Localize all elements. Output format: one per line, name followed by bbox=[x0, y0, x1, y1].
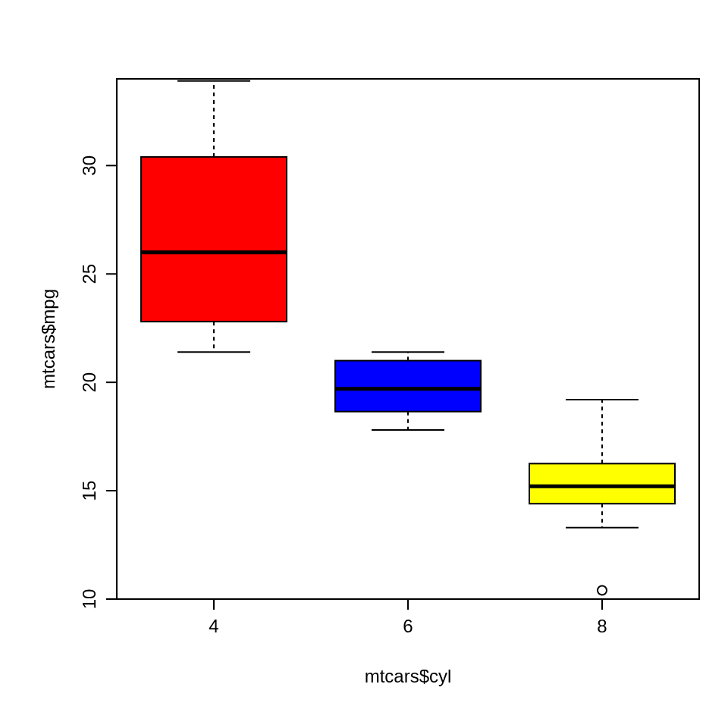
box-8 bbox=[529, 400, 675, 595]
svg-rect-6 bbox=[141, 157, 287, 322]
x-tick-label: 8 bbox=[597, 616, 607, 636]
boxes-group bbox=[141, 81, 675, 595]
y-tick-label: 30 bbox=[79, 155, 99, 176]
y-tick-label: 20 bbox=[79, 372, 99, 393]
box-6 bbox=[335, 352, 481, 430]
x-axis: 468 bbox=[209, 599, 607, 636]
y-tick-label: 10 bbox=[79, 589, 99, 610]
outlier bbox=[598, 586, 607, 595]
boxplot-chart: 1015202530 468 mtcars$mpg mtcars$cyl bbox=[0, 0, 728, 728]
x-tick-label: 6 bbox=[403, 616, 413, 636]
box-4 bbox=[141, 81, 287, 352]
y-tick-label: 15 bbox=[79, 481, 99, 501]
svg-rect-18 bbox=[529, 463, 675, 504]
y-axis: 1015202530 bbox=[79, 155, 117, 609]
x-axis-label: mtcars$cyl bbox=[365, 666, 452, 686]
y-tick-label: 25 bbox=[79, 264, 99, 284]
y-axis-label: mtcars$mpg bbox=[38, 289, 58, 389]
svg-rect-12 bbox=[335, 361, 481, 412]
x-tick-label: 4 bbox=[209, 616, 218, 636]
